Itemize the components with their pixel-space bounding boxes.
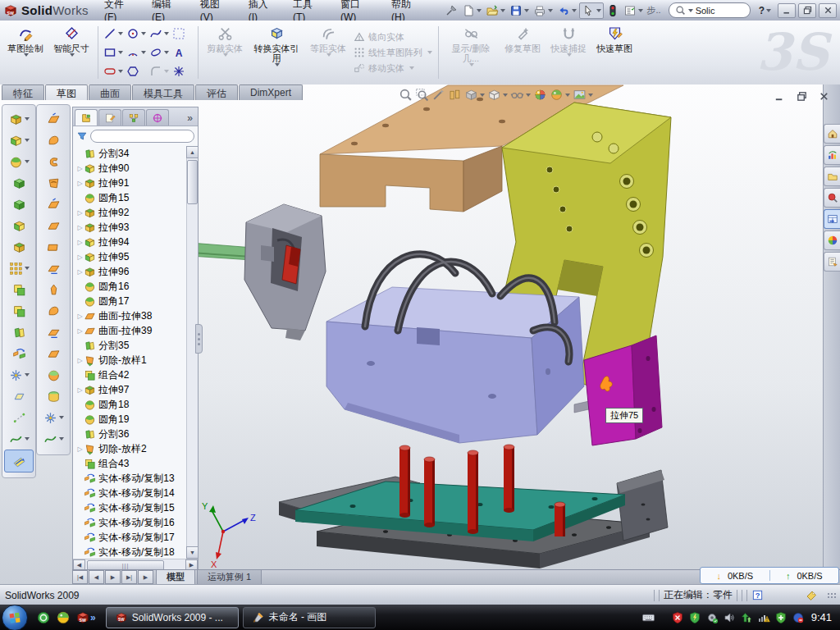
spline-curve-caret[interactable] xyxy=(25,437,30,441)
network-warning-tray-icon[interactable] xyxy=(757,611,770,624)
tree-item-圆角19[interactable]: 圆角19 xyxy=(76,412,186,427)
doc-restore-button[interactable] xyxy=(796,90,808,103)
close-button[interactable] xyxy=(819,3,837,18)
new-document-icon-caret[interactable] xyxy=(477,9,482,12)
tab-评估[interactable]: 评估 xyxy=(195,84,238,100)
tree-item-拉伸96[interactable]: ▷拉伸96 xyxy=(76,264,186,279)
tab-草图[interactable]: 草图 xyxy=(45,84,88,100)
tree-item-圆角17[interactable]: 圆角17 xyxy=(76,294,186,308)
expand-arrow-icon[interactable]: ▷ xyxy=(76,253,84,261)
tab-特征[interactable]: 特征 xyxy=(2,84,44,100)
doc-minimize-button[interactable] xyxy=(774,90,786,103)
defender-tray-icon[interactable] xyxy=(774,611,788,624)
expand-arrow-icon[interactable]: ▷ xyxy=(76,180,84,187)
palette-linear-pattern[interactable] xyxy=(5,258,33,279)
help-button[interactable]: ? xyxy=(756,5,774,16)
palette-planar-surface[interactable] xyxy=(39,236,67,258)
save-icon-caret[interactable] xyxy=(524,9,529,12)
open-icon-caret[interactable] xyxy=(500,9,505,12)
tab-DimXpert[interactable]: DimXpert xyxy=(239,84,303,100)
slot-tool-caret[interactable] xyxy=(118,70,123,73)
expand-arrow-icon[interactable]: ▷ xyxy=(76,327,84,335)
dynamic-view-icon[interactable] xyxy=(431,88,445,102)
palette-combine-bodies[interactable] xyxy=(5,300,33,322)
palette-replace-face[interactable] xyxy=(39,322,67,343)
undo-icon-caret[interactable] xyxy=(572,9,577,12)
select-icon-caret[interactable] xyxy=(596,9,601,12)
tree-item-拉伸94[interactable]: ▷拉伸94 xyxy=(76,235,186,249)
bottom-tab-模型[interactable]: 模型 xyxy=(156,570,195,584)
palette-spline-curve[interactable] xyxy=(5,428,33,450)
undo-icon[interactable] xyxy=(555,3,578,18)
taskpane-view-palette[interactable] xyxy=(824,209,840,229)
palette-draft[interactable] xyxy=(5,215,33,236)
expand-arrow-icon[interactable]: ▷ xyxy=(76,386,84,394)
cm-button-草图绘制[interactable]: 草图绘制 xyxy=(3,23,48,82)
palette-extruded-boss[interactable] xyxy=(5,108,33,130)
scroll-thumb[interactable] xyxy=(187,160,198,204)
scroll-up-icon[interactable]: ▲ xyxy=(186,146,198,158)
tab-模具工具[interactable]: 模具工具 xyxy=(132,84,194,100)
tree-item-实体-移动/复制17[interactable]: 实体-移动/复制17 xyxy=(76,530,186,545)
tree-item-组合43[interactable]: 组合43 xyxy=(76,456,186,471)
hide-show-items-icon[interactable] xyxy=(510,88,531,102)
palette-instant3d[interactable] xyxy=(4,450,34,472)
palette-boundary-surface[interactable] xyxy=(39,194,67,215)
cm-button-智能尺寸[interactable]: 智能尺寸 xyxy=(49,23,94,82)
app-ball-icon[interactable] xyxy=(56,610,71,625)
keyboard-tray-icon[interactable] xyxy=(641,610,655,624)
expand-arrow-icon[interactable]: ▷ xyxy=(76,239,84,246)
circle-tool[interactable] xyxy=(126,25,148,43)
palette-split-body[interactable] xyxy=(5,322,33,343)
tree-item-曲面-拉伸38[interactable]: ▷曲面-拉伸38 xyxy=(76,308,186,323)
rectangle-tool[interactable] xyxy=(103,43,125,62)
scroll-down-icon[interactable]: ▼ xyxy=(186,546,198,559)
cm-button-转换实体引用[interactable]: 转换实体引用 xyxy=(249,23,304,82)
tree-item-分割34[interactable]: 分割34 xyxy=(76,146,186,161)
expand-arrow-icon[interactable]: ▷ xyxy=(76,445,84,453)
palette-thicken[interactable] xyxy=(39,386,67,407)
reference-geometry-caret[interactable] xyxy=(25,373,30,377)
tag-icon[interactable] xyxy=(805,589,818,602)
palette-extruded-surface[interactable] xyxy=(39,108,67,130)
search-box[interactable]: Solic xyxy=(669,2,751,18)
palette-delete-face[interactable] xyxy=(39,300,67,322)
palette-extend-surface[interactable] xyxy=(39,343,67,364)
ellipse-tool[interactable] xyxy=(148,43,171,62)
tree-item-拉伸97[interactable]: ▷拉伸97 xyxy=(76,382,186,397)
tree-item-分割36[interactable]: 分割36 xyxy=(76,427,186,441)
taskbar-window-未命名 - 画图[interactable]: 未命名 - 画图 xyxy=(243,607,376,628)
rectangle-tool-caret[interactable] xyxy=(118,51,123,54)
taskpane-design-library[interactable] xyxy=(824,145,840,165)
motion-nav-3[interactable]: ▶| xyxy=(121,570,137,584)
appearance-icon-caret[interactable] xyxy=(565,94,570,97)
new-document-icon[interactable] xyxy=(460,3,483,18)
ellipse-tool-caret[interactable] xyxy=(164,51,169,54)
options-icon[interactable] xyxy=(622,3,645,18)
tree-item-拉伸95[interactable]: ▷拉伸95 xyxy=(76,249,186,264)
propertymanager-tab[interactable] xyxy=(98,109,121,126)
sync-tray-icon[interactable] xyxy=(792,611,805,624)
arc-tool-caret[interactable] xyxy=(141,51,146,54)
tree-item-实体-移动/复制14[interactable]: 实体-移动/复制14 xyxy=(76,486,186,500)
tree-item-实体-移动/复制13[interactable]: 实体-移动/复制13 xyxy=(76,471,186,486)
doc-close-button[interactable] xyxy=(818,90,830,103)
rebuild-icon[interactable] xyxy=(605,3,621,18)
expand-arrow-icon[interactable]: ▷ xyxy=(76,224,84,231)
tab-曲面[interactable]: 曲面 xyxy=(89,84,131,100)
appearance-icon[interactable] xyxy=(550,88,570,102)
zoom-area-icon[interactable] xyxy=(415,88,429,102)
tree-item-切除-放样1[interactable]: ▷切除-放样1 xyxy=(76,353,186,368)
tree-item-圆角18[interactable]: 圆角18 xyxy=(76,397,186,412)
scene-icon-caret[interactable] xyxy=(588,94,593,97)
messenger-icon[interactable] xyxy=(36,610,51,625)
palette-wrap[interactable] xyxy=(5,236,33,258)
scene-icon[interactable] xyxy=(573,88,593,102)
arc-tool[interactable] xyxy=(126,43,148,62)
palette-knit-surface[interactable] xyxy=(39,407,67,428)
motion-nav-4[interactable]: ▶ xyxy=(138,570,153,584)
select-icon[interactable] xyxy=(579,2,604,19)
sketch-text-tool[interactable]: A xyxy=(171,43,194,62)
palette-revolved-surface[interactable] xyxy=(39,130,67,151)
expand-arrow-icon[interactable]: ▷ xyxy=(76,268,84,276)
